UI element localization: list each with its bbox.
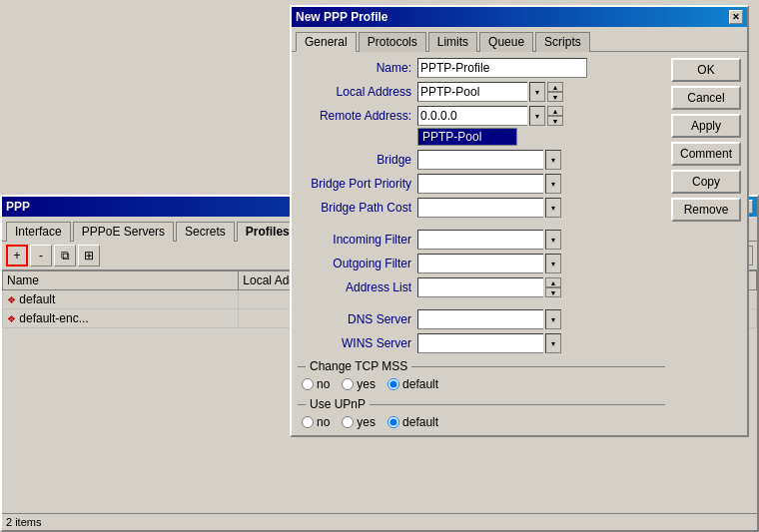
local-address-field: ▾ ▲ ▼ — [417, 82, 563, 102]
bridge-path-cost-dropdown-icon: ▾ — [551, 204, 555, 213]
dialog-tab-limits[interactable]: Limits — [428, 32, 477, 52]
upnp-no-radio[interactable] — [302, 416, 314, 428]
ok-button[interactable]: OK — [671, 58, 741, 82]
dialog-tab-general[interactable]: General — [296, 32, 357, 52]
bridge-path-cost-field: ▾ — [417, 198, 561, 218]
dialog-close-button[interactable]: ✕ — [729, 10, 743, 24]
outgoing-filter-dropdown-icon: ▾ — [551, 260, 555, 268]
bridge-label: Bridge — [298, 153, 417, 167]
name-label: Name: — [298, 61, 417, 75]
tcp-mss-default-radio[interactable] — [387, 378, 399, 390]
dialog-tab-protocols[interactable]: Protocols — [359, 32, 426, 52]
bridge-input[interactable] — [417, 150, 543, 170]
tab-pppoe-servers[interactable]: PPPoE Servers — [73, 222, 174, 242]
tab-secrets[interactable]: Secrets — [176, 222, 235, 242]
dialog-content: Name: Local Address ▾ ▲ ▼ — [292, 52, 747, 435]
wins-server-label: WINS Server — [298, 336, 417, 350]
incoming-filter-dropdown-button[interactable]: ▾ — [545, 230, 561, 250]
bridge-dropdown-button[interactable]: ▾ — [545, 150, 561, 170]
incoming-filter-dropdown-icon: ▾ — [551, 236, 555, 245]
copy-button[interactable]: ⧉ — [54, 245, 76, 266]
dns-server-field: ▾ — [417, 309, 561, 329]
name-field — [417, 58, 587, 78]
upnp-default-label: default — [402, 415, 438, 429]
dialog-actions: OK Cancel Apply Comment Copy Remove — [671, 58, 741, 429]
apply-button[interactable]: Apply — [671, 114, 741, 138]
comment-button[interactable]: Comment — [671, 142, 741, 166]
wins-server-dropdown-button[interactable]: ▾ — [545, 333, 561, 353]
address-list-spin-down[interactable]: ▼ — [545, 287, 561, 297]
bridge-row: Bridge ▾ — [298, 150, 665, 170]
status-bar: 2 items — [2, 513, 757, 530]
tcp-mss-yes: yes — [342, 377, 376, 391]
remote-address-spin-down[interactable]: ▼ — [547, 116, 563, 126]
outgoing-filter-field: ▾ — [417, 254, 561, 273]
tab-interface[interactable]: Interface — [6, 222, 71, 242]
wins-server-input[interactable] — [417, 333, 543, 353]
upnp-yes: yes — [342, 415, 376, 429]
address-list-row: Address List ▲ ▼ — [298, 277, 665, 297]
bridge-dropdown-icon: ▾ — [551, 156, 555, 165]
local-address-input[interactable] — [417, 82, 527, 102]
local-address-spin-down[interactable]: ▼ — [547, 92, 563, 102]
remote-address-spinners: ▲ ▼ — [547, 106, 563, 126]
tcp-mss-no-label: no — [317, 377, 330, 391]
outgoing-filter-label: Outgoing Filter — [298, 257, 417, 270]
remote-address-spin-up[interactable]: ▲ — [547, 106, 563, 116]
dns-server-label: DNS Server — [298, 312, 417, 326]
row-icon: ❖ — [7, 294, 16, 305]
bridge-port-priority-label: Bridge Port Priority — [298, 177, 417, 191]
remote-address-row: Remote Address: ▾ ▲ ▼ — [298, 106, 665, 126]
use-upnp-radio-group: no yes default — [302, 415, 665, 429]
row-name-enc: ❖ default-enc... — [3, 309, 239, 328]
remote-address-input[interactable] — [417, 106, 527, 126]
add-button[interactable]: + — [6, 245, 28, 266]
filter-icon: ⊞ — [84, 249, 94, 263]
tcp-mss-default: default — [387, 377, 438, 391]
address-list-spin-up[interactable]: ▲ — [545, 277, 561, 287]
local-address-dropdown-button[interactable]: ▾ — [529, 82, 545, 102]
change-tcp-mss-section: Change TCP MSS — [298, 359, 665, 373]
remote-address-label: Remote Address: — [298, 109, 417, 123]
tcp-mss-yes-radio[interactable] — [342, 378, 354, 390]
spacer1 — [298, 222, 665, 230]
bridge-path-cost-row: Bridge Path Cost ▾ — [298, 198, 665, 218]
dns-server-input[interactable] — [417, 309, 543, 329]
bridge-port-priority-dropdown-button[interactable]: ▾ — [545, 174, 561, 194]
outgoing-filter-dropdown-button[interactable]: ▾ — [545, 254, 561, 273]
local-address-spin-up[interactable]: ▲ — [547, 82, 563, 92]
bridge-port-priority-input[interactable] — [417, 174, 543, 194]
cancel-button[interactable]: Cancel — [671, 86, 741, 110]
row-icon: ❖ — [7, 313, 16, 324]
upnp-yes-radio[interactable] — [342, 416, 354, 428]
address-list-spinners: ▲ ▼ — [545, 277, 561, 297]
bridge-path-cost-dropdown-button[interactable]: ▾ — [545, 198, 561, 218]
tcp-mss-no-radio[interactable] — [302, 378, 314, 390]
address-list-input[interactable] — [417, 277, 543, 297]
wins-server-row: WINS Server ▾ — [298, 333, 665, 353]
upnp-default-radio[interactable] — [387, 416, 399, 428]
wins-server-field: ▾ — [417, 333, 561, 353]
dialog-tab-queue[interactable]: Queue — [479, 32, 533, 52]
remote-address-suggestion[interactable]: PPTP-Pool — [417, 128, 517, 146]
dialog-titlebar-buttons: ✕ — [729, 10, 743, 24]
outgoing-filter-input[interactable] — [417, 254, 543, 273]
change-tcp-mss-label: Change TCP MSS — [310, 359, 407, 373]
bridge-port-priority-dropdown-icon: ▾ — [551, 180, 555, 189]
filter-button[interactable]: ⊞ — [78, 245, 100, 266]
copy-button-dialog[interactable]: Copy — [671, 170, 741, 194]
dns-server-row: DNS Server ▾ — [298, 309, 665, 329]
address-list-label: Address List — [298, 280, 417, 294]
local-address-row: Local Address ▾ ▲ ▼ — [298, 82, 665, 102]
use-upnp-section: Use UPnP — [298, 397, 665, 411]
dialog-tab-scripts[interactable]: Scripts — [535, 32, 590, 52]
incoming-filter-input[interactable] — [417, 230, 543, 250]
delete-button[interactable]: - — [30, 245, 52, 266]
remove-button[interactable]: Remove — [671, 198, 741, 222]
local-address-dropdown-icon: ▾ — [535, 88, 539, 97]
remote-address-dropdown-button[interactable]: ▾ — [529, 106, 545, 126]
dns-server-dropdown-button[interactable]: ▾ — [545, 309, 561, 329]
incoming-filter-label: Incoming Filter — [298, 233, 417, 247]
name-input[interactable] — [417, 58, 587, 78]
bridge-path-cost-input[interactable] — [417, 198, 543, 218]
